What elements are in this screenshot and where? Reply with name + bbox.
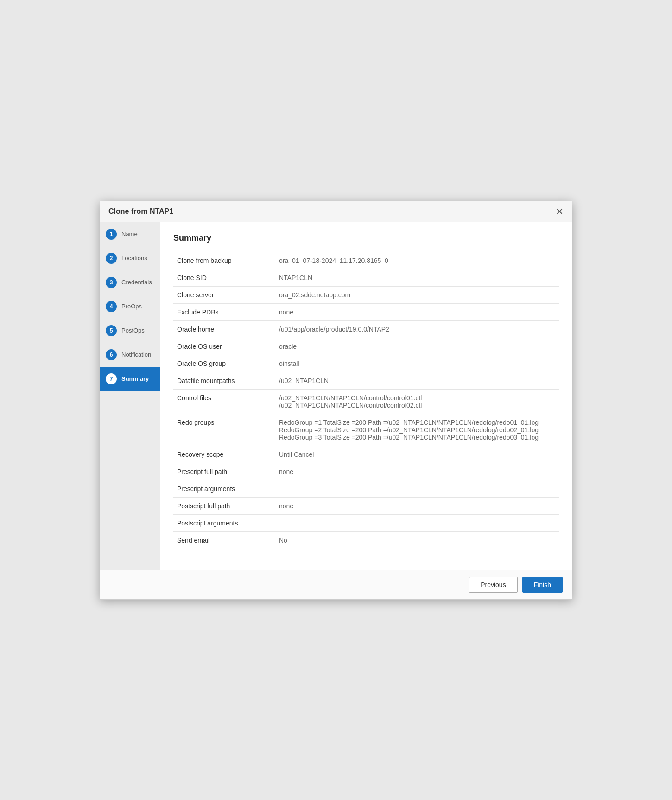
previous-button[interactable]: Previous <box>469 577 517 593</box>
row-label: Clone SID <box>173 269 275 286</box>
finish-button[interactable]: Finish <box>522 577 563 593</box>
content-title: Summary <box>173 233 559 243</box>
modal-body: 1Name2Locations3Credentials4PreOps5PostO… <box>100 222 572 570</box>
modal-footer: Previous Finish <box>100 570 572 599</box>
table-row: Oracle OS groupoinstall <box>173 355 559 372</box>
table-row: Control files/u02_NTAP1CLN/NTAP1CLN/cont… <box>173 389 559 414</box>
row-value <box>275 480 559 497</box>
table-row: Oracle OS useroracle <box>173 338 559 355</box>
row-value: oracle <box>275 338 559 355</box>
sidebar-item-label: PreOps <box>121 303 142 310</box>
table-row: Redo groupsRedoGroup =1 TotalSize =200 P… <box>173 414 559 446</box>
row-label: Postscript full path <box>173 497 275 514</box>
table-row: Clone SIDNTAP1CLN <box>173 269 559 286</box>
row-label: Clone from backup <box>173 252 275 269</box>
sidebar-item-preops[interactable]: 4PreOps <box>100 294 160 319</box>
row-label: Oracle OS user <box>173 338 275 355</box>
row-value: none <box>275 497 559 514</box>
row-label: Redo groups <box>173 414 275 446</box>
row-value: /u02_NTAP1CLN/NTAP1CLN/control/control01… <box>275 389 559 414</box>
row-label: Datafile mountpaths <box>173 372 275 389</box>
sidebar-item-label: Name <box>121 230 138 237</box>
row-value: /u01/app/oracle/product/19.0.0/NTAP2 <box>275 320 559 338</box>
table-row: Datafile mountpaths/u02_NTAP1CLN <box>173 372 559 389</box>
sidebar-item-summary[interactable]: 7Summary <box>100 367 160 391</box>
sidebar-item-name[interactable]: 1Name <box>100 222 160 246</box>
row-value <box>275 514 559 531</box>
sidebar-item-label: Notification <box>121 351 151 358</box>
row-value: Until Cancel <box>275 446 559 463</box>
sidebar-item-label: Locations <box>121 255 147 262</box>
sidebar-item-locations[interactable]: 2Locations <box>100 246 160 270</box>
table-row: Clone serverora_02.sddc.netapp.com <box>173 286 559 303</box>
step-number: 5 <box>106 325 117 336</box>
row-value: No <box>275 531 559 549</box>
sidebar-item-label: PostOps <box>121 327 145 334</box>
sidebar-item-notification[interactable]: 6Notification <box>100 343 160 367</box>
row-label: Control files <box>173 389 275 414</box>
step-number: 3 <box>106 277 117 288</box>
table-row: Prescript full pathnone <box>173 463 559 480</box>
sidebar: 1Name2Locations3Credentials4PreOps5PostO… <box>100 222 160 570</box>
row-value: NTAP1CLN <box>275 269 559 286</box>
table-row: Postscript full pathnone <box>173 497 559 514</box>
row-value: none <box>275 463 559 480</box>
sidebar-item-postops[interactable]: 5PostOps <box>100 319 160 343</box>
row-label: Postscript arguments <box>173 514 275 531</box>
row-value: ora_02.sddc.netapp.com <box>275 286 559 303</box>
step-number: 7 <box>106 373 117 384</box>
table-row: Send emailNo <box>173 531 559 549</box>
table-row: Postscript arguments <box>173 514 559 531</box>
table-row: Exclude PDBsnone <box>173 303 559 320</box>
sidebar-item-label: Credentials <box>121 279 152 286</box>
summary-table: Clone from backupora_01_07-18-2024_11.17… <box>173 252 559 549</box>
row-label: Clone server <box>173 286 275 303</box>
modal-header: Clone from NTAP1 ✕ <box>100 201 572 222</box>
step-number: 4 <box>106 301 117 312</box>
table-row: Recovery scopeUntil Cancel <box>173 446 559 463</box>
row-label: Prescript arguments <box>173 480 275 497</box>
sidebar-item-credentials[interactable]: 3Credentials <box>100 270 160 294</box>
row-value: oinstall <box>275 355 559 372</box>
sidebar-item-label: Summary <box>121 375 149 382</box>
content-area: Summary Clone from backupora_01_07-18-20… <box>160 222 572 570</box>
clone-modal: Clone from NTAP1 ✕ 1Name2Locations3Crede… <box>100 201 572 600</box>
row-label: Exclude PDBs <box>173 303 275 320</box>
table-row: Prescript arguments <box>173 480 559 497</box>
step-number: 6 <box>106 349 117 360</box>
row-label: Send email <box>173 531 275 549</box>
step-number: 1 <box>106 229 117 240</box>
row-label: Oracle OS group <box>173 355 275 372</box>
modal-title: Clone from NTAP1 <box>108 207 173 216</box>
row-label: Recovery scope <box>173 446 275 463</box>
row-label: Oracle home <box>173 320 275 338</box>
step-number: 2 <box>106 253 117 264</box>
row-value: none <box>275 303 559 320</box>
row-value: RedoGroup =1 TotalSize =200 Path =/u02_N… <box>275 414 559 446</box>
table-row: Oracle home/u01/app/oracle/product/19.0.… <box>173 320 559 338</box>
close-button[interactable]: ✕ <box>556 207 564 216</box>
row-value: /u02_NTAP1CLN <box>275 372 559 389</box>
row-value: ora_01_07-18-2024_11.17.20.8165_0 <box>275 252 559 269</box>
row-label: Prescript full path <box>173 463 275 480</box>
table-row: Clone from backupora_01_07-18-2024_11.17… <box>173 252 559 269</box>
